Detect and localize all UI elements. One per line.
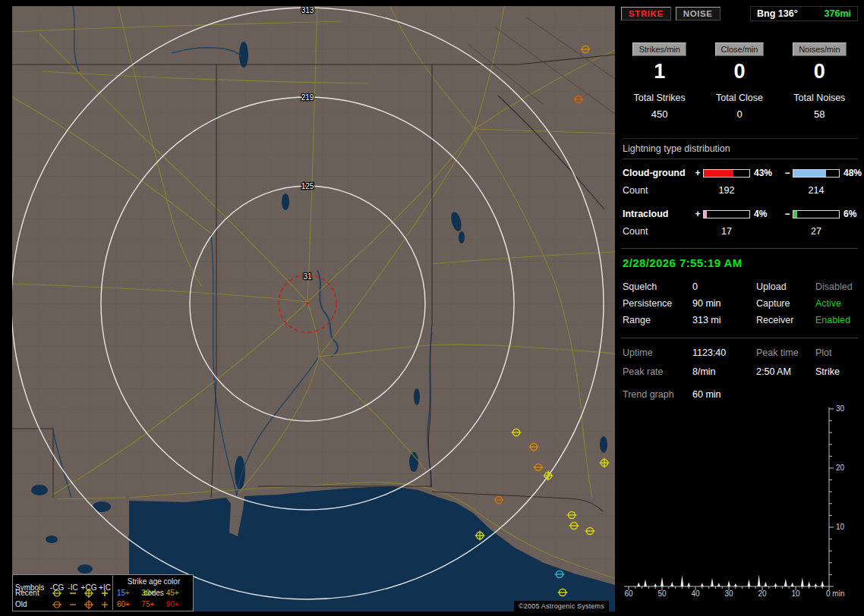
ic-pos-icon [97,599,112,608]
control-panel: STRIKE NOISE Bng 136° 376mi Strikes/min … [621,6,858,611]
peak-time-value: 2:50 AM [756,366,815,377]
ring-label-313: 313 [301,6,314,14]
trend-axes [624,407,829,586]
capture-status: Active [815,298,858,309]
ring-label-125: 125 [301,182,314,190]
counter-noises: Noises/min 0 Total Noises 58 [781,42,858,120]
legend-recent-ages: 15+ 30+ 45+ [112,587,191,599]
bearing-distance: 376mi [825,8,851,19]
cg-pos-icon [80,588,97,597]
strike-map[interactable]: 313 219 125 31 Symbols -CG -IC +CG +IC S… [12,6,615,611]
noise-mode-button[interactable]: NOISE [676,7,721,20]
svg-text:30: 30 [724,589,733,598]
distribution-title: Lightning type distribution [623,138,858,159]
svg-text:20: 20 [758,589,767,598]
total-close-value: 0 [701,108,777,120]
legend-old-row: Old 60+ 75+ 90+ [15,599,191,610]
squelch-value: 0 [692,281,756,292]
counter-strikes: Strikes/min 1 Total Strikes 450 [621,42,698,120]
cg-neg-icon [49,599,65,608]
current-datetime: 2/28/2026 7:55:19 AM [623,256,743,269]
svg-text:60: 60 [624,589,633,598]
intracloud-count-row: Count 17 27 [621,226,858,237]
svg-text:10: 10 [791,589,800,598]
settings-grid: Squelch 0 Upload Disabled Persistence 90… [621,281,858,325]
uptime-value: 1123:40 [692,347,756,358]
ring-label-31: 31 [303,272,312,281]
cg-pos-pct: 43% [750,168,782,178]
cg-pos-icon [80,599,97,608]
peak-time-label: Peak time [756,347,815,358]
age-code: 90+ [166,600,191,608]
svg-text:0 min: 0 min [826,589,844,598]
cg-neg-count: 214 [793,185,840,196]
capture-label: Capture [756,298,815,309]
strikes-per-min-value: 1 [621,59,698,83]
noises-per-min-chip[interactable]: Noises/min [793,42,846,56]
total-noises-value: 58 [781,108,858,120]
total-noises-label: Total Noises [781,93,858,103]
minus-sign: − [782,209,793,219]
peak-rate-label: Peak rate [623,366,692,377]
cg-neg-bar [793,169,840,178]
age-code: 15+ [117,589,141,597]
trend-label-row: Trend graph 60 min [621,389,858,400]
strikes-per-min-chip[interactable]: Strikes/min [632,42,686,56]
plot-label: Plot [815,347,858,358]
peak-rate-value: 8/min [692,366,756,377]
cloud-ground-count-row: Count 192 214 [621,185,858,196]
total-close-label: Total Close [701,93,777,103]
trend-ticks: 1020304050600 min102030 [624,404,844,598]
persistence-value: 90 min [692,298,756,309]
receiver-status: Enabled [815,315,858,325]
close-per-min-value: 0 [701,59,777,83]
squelch-label: Squelch [623,281,692,292]
intracloud-row: Intracloud + 4% − 6% [621,209,858,219]
trend-graph: 1020304050600 min102030 [621,404,855,600]
ic-pos-bar [703,210,750,218]
cloud-ground-label: Cloud-ground [623,168,692,178]
count-label: Count [623,185,692,196]
mode-toolbar: STRIKE NOISE Bng 136° 376mi [621,6,858,21]
uptime-label: Uptime [623,347,692,358]
ic-pos-pct: 4% [750,209,782,219]
ic-pos-icon [97,588,112,597]
trend-graph-label: Trend graph [623,389,692,400]
svg-text:30: 30 [836,404,845,413]
ic-neg-pct: 6% [840,209,858,219]
ic-neg-icon [65,599,80,608]
persistence-label: Persistence [623,298,692,309]
plot-value: Strike [815,366,858,377]
legend-old-label: Old [15,600,49,608]
svg-text:40: 40 [691,589,700,598]
ic-neg-count: 27 [793,226,840,237]
app-window: 313 219 125 31 Symbols -CG -IC +CG +IC S… [0,0,864,616]
stats-grid: Uptime 1123:40 Peak time Plot Peak rate … [621,338,858,377]
intracloud-label: Intracloud [623,209,692,219]
cg-neg-pct: 48% [840,168,862,178]
map-legend: Symbols -CG -IC +CG +IC Strike age color… [12,574,194,611]
rate-counters: Strikes/min 1 Total Strikes 450 Close/mi… [621,42,858,120]
cg-neg-icon [49,588,65,597]
range-value: 313 mi [692,315,756,325]
upload-label: Upload [756,281,815,292]
svg-text:20: 20 [836,464,845,472]
copyright: ©2005 Astrogenic Systems [514,601,609,611]
receiver-label: Receiver [756,315,815,325]
datetime-section: 2/28/2026 7:55:19 AM [621,248,858,271]
ring-label-219: 219 [301,93,314,102]
detector-location [306,302,309,305]
map-canvas: 313 219 125 31 [12,6,615,611]
minus-sign: − [782,168,793,178]
total-strikes-label: Total Strikes [621,93,698,103]
strike-mode-button[interactable]: STRIKE [621,7,671,20]
range-label: Range [623,315,692,325]
total-strikes-value: 450 [621,108,698,120]
cg-pos-count: 192 [703,185,750,196]
counter-close: Close/min 0 Total Close 0 [701,42,777,120]
ic-neg-icon [65,588,80,597]
plus-sign: + [692,168,703,178]
close-per-min-chip[interactable]: Close/min [715,42,765,56]
age-code: 30+ [141,589,166,597]
legend-recent-label: Recent [15,589,49,597]
